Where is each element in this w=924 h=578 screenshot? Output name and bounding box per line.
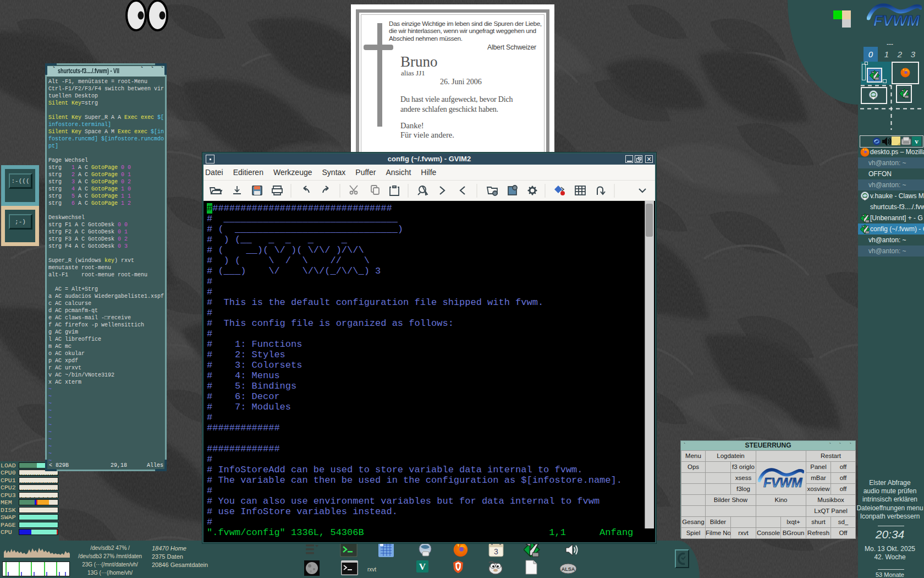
svg-text:v: v: [915, 137, 919, 145]
svg-text:ALSA: ALSA: [562, 566, 575, 572]
svg-text:3: 3: [494, 547, 498, 556]
svg-text:V: V: [419, 561, 426, 572]
